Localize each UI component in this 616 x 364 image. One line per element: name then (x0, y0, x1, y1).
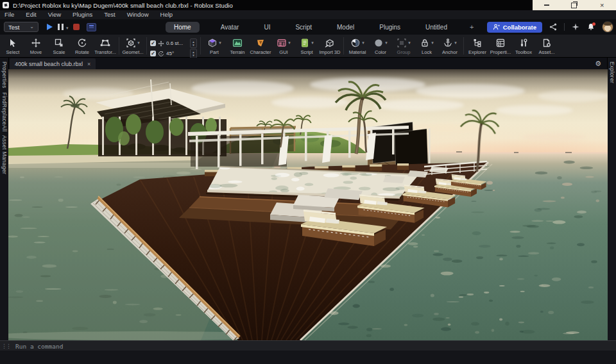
tab-untitled[interactable]: Untitled (422, 22, 451, 33)
ribbon-button-rotate[interactable]: Rotate (71, 37, 94, 55)
roblox-studio-icon (3, 2, 9, 8)
user-avatar[interactable] (602, 21, 613, 33)
title-bar: D:\Project Roblox ku ky\Map Dugem\400k s… (0, 0, 616, 10)
ribbon-button-label: GUI (279, 49, 287, 55)
assistant-button[interactable] (571, 22, 580, 31)
ribbon-button-import3d[interactable]: Import 3D (318, 37, 341, 55)
dropdown-icon[interactable]: ▾ (385, 40, 388, 45)
collaborate-button[interactable]: Collaborate (487, 22, 542, 33)
ribbon-button-group[interactable]: ▾Group (392, 37, 415, 55)
collaborate-person-icon (493, 24, 500, 31)
pause-dropdown-icon[interactable]: ▾ (66, 26, 69, 31)
dropdown-icon[interactable]: ▾ (137, 40, 140, 45)
ribbon-button-color[interactable]: ▾Color (369, 37, 392, 55)
ribbon-button-scale[interactable]: Scale (47, 37, 71, 55)
play-button[interactable] (47, 24, 53, 30)
menu-item-file[interactable]: File (0, 10, 20, 19)
command-input[interactable] (14, 342, 616, 351)
chevron-down-icon: ⌄ (30, 24, 34, 29)
snap-value[interactable]: 0.6 st... (166, 40, 188, 46)
toolbox-tools-icon (518, 38, 529, 48)
import-cube-icon (325, 38, 335, 48)
dock-empty-area (0, 351, 616, 364)
menu-item-plugins[interactable]: Plugins (67, 10, 98, 19)
viewport-settings-gear-icon[interactable]: ⚙ (595, 58, 601, 69)
viewport-canvas[interactable] (8, 69, 608, 340)
snap-checkbox[interactable]: ✓ (150, 51, 156, 56)
ribbon-button-label: Asset... (538, 49, 554, 55)
minimize-icon (544, 4, 549, 6)
add-tab-button[interactable]: + (468, 21, 475, 33)
close-button[interactable]: × (592, 0, 612, 10)
tab-ui[interactable]: UI (260, 22, 274, 33)
dropdown-icon[interactable]: ▾ (362, 40, 364, 45)
explorer-tree-icon (472, 38, 483, 48)
ribbon-button-script[interactable]: ▾Script (295, 37, 318, 55)
ribbon-button-geomet[interactable]: ▾Geomet... (121, 37, 144, 55)
anchor-icon (443, 38, 453, 48)
test-mode-dropdown[interactable]: Test ⌄ (4, 22, 38, 32)
tab-plugins[interactable]: Plugins (375, 22, 404, 33)
sparkle-icon (572, 23, 579, 31)
menu-item-test[interactable]: Test (98, 10, 121, 19)
ribbon-button-label: Import 3D (320, 49, 341, 55)
dropdown-icon[interactable]: ▾ (311, 40, 314, 45)
menu-item-help[interactable]: Help (155, 10, 179, 19)
minimize-button[interactable] (537, 0, 556, 10)
dock-tab-findreplaceall[interactable]: FindReplaceAll (1, 92, 8, 131)
document-tab[interactable]: 400k small beach club.rbxl × (10, 58, 96, 69)
snap-stepper[interactable]: ▲▼ (190, 49, 197, 58)
pause-button[interactable] (58, 24, 64, 30)
dropdown-icon[interactable]: ▾ (288, 40, 291, 45)
ribbon-button-asset[interactable]: Asset... (535, 37, 558, 55)
dropdown-icon[interactable]: ▾ (408, 40, 411, 45)
ribbon-button-material[interactable]: ▾Material (346, 37, 369, 55)
tab-home[interactable]: Home (166, 22, 200, 33)
ribbon-button-terrain[interactable]: Terrain (226, 37, 249, 55)
menu-item-window[interactable]: Window (121, 10, 155, 19)
menu-item-edit[interactable]: Edit (20, 10, 42, 19)
dropdown-icon[interactable]: ▾ (454, 40, 457, 45)
tab-model[interactable]: Model (333, 22, 358, 33)
ribbon-button-lock[interactable]: ▾Lock (415, 37, 438, 55)
maximize-button[interactable] (565, 0, 584, 10)
move-arrows-icon (31, 38, 41, 48)
document-tab-close-icon[interactable]: × (87, 61, 90, 67)
ribbon-button-move[interactable]: Move (24, 37, 47, 55)
ribbon-button-part[interactable]: ▾Part (203, 37, 226, 55)
run-mode-icon[interactable] (87, 23, 96, 31)
tab-avatar[interactable]: Avatar (217, 22, 243, 33)
snap-value[interactable]: 45° (166, 51, 188, 56)
ribbon-button-label: Geomet... (123, 49, 144, 55)
viewport (8, 69, 608, 340)
ribbon-button-select[interactable]: Select (1, 37, 24, 55)
snap-checkbox[interactable]: ✓ (150, 40, 156, 46)
snap-stepper[interactable]: ▲▼ (190, 38, 197, 48)
right-dock-strip: Explorer (607, 58, 616, 340)
ribbon-button-transfor[interactable]: Transfor... (94, 37, 117, 55)
dock-tab-asset-manager[interactable]: Asset Manager (1, 135, 8, 174)
ribbon-button-explorer[interactable]: Explorer (466, 37, 489, 55)
share-button[interactable] (549, 22, 558, 31)
ribbon-button-properti[interactable]: Properti... (489, 37, 512, 55)
ribbon-button-label: Group (397, 49, 411, 55)
ribbon-button-gui[interactable]: ▾GUI (272, 37, 295, 55)
ribbon-button-anchor[interactable]: ▾Anchor (438, 37, 461, 55)
command-bar-handle[interactable]: ⋮⋮ (1, 343, 10, 349)
ribbon-button-label: Lock (422, 49, 432, 55)
ribbon-button-label: Transfor... (94, 49, 116, 55)
menu-item-view[interactable]: View (42, 10, 67, 19)
dropdown-icon[interactable]: ▾ (431, 40, 434, 45)
dock-tab-properties[interactable]: Properties (1, 62, 8, 88)
dock-tab-explorer[interactable]: Explorer (609, 62, 615, 83)
stop-button[interactable] (73, 24, 80, 30)
ribbon: SelectMoveScaleRotateTransfor...▾Geomet.… (0, 35, 616, 58)
ribbon-group-insert: ▾PartTerrainCharacter▾GUI▾ScriptImport 3… (203, 35, 341, 57)
dropdown-icon[interactable]: ▾ (219, 40, 221, 45)
ribbon-button-character[interactable]: Character (249, 37, 272, 55)
tab-script[interactable]: Script (291, 22, 316, 33)
ribbon-button-toolbox[interactable]: Toolbox (512, 37, 535, 55)
command-bar: ⋮⋮ (0, 340, 616, 351)
ribbon-tab-strip: HomeAvatarUIScriptModelPluginsUntitled+ (166, 19, 475, 35)
notifications-button[interactable] (586, 22, 595, 31)
